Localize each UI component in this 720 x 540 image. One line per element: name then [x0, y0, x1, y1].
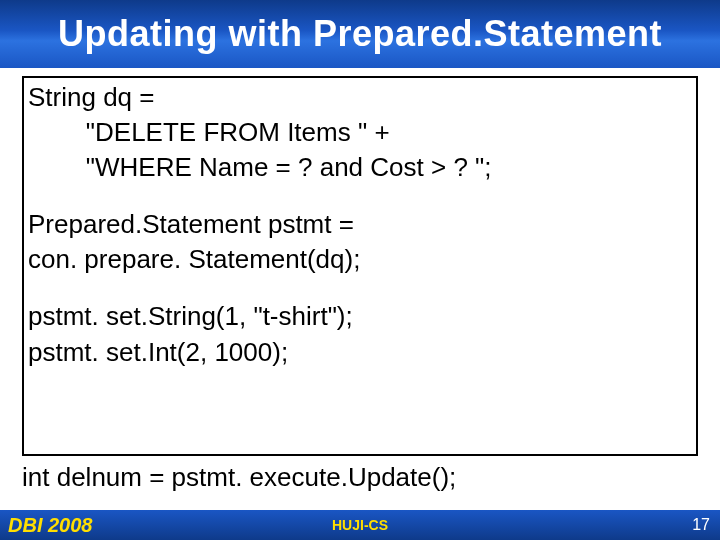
blank-gap	[28, 277, 692, 299]
code-box: String dq = "DELETE FROM Items " + "WHER…	[22, 76, 698, 456]
code-line-4: Prepared.Statement pstmt =	[28, 207, 692, 242]
code-line-8: int delnum = pstmt. execute.Update();	[22, 460, 698, 495]
code-line-5: con. prepare. Statement(dq);	[28, 242, 692, 277]
code-below-box: int delnum = pstmt. execute.Update();	[22, 460, 698, 495]
code-line-6: pstmt. set.String(1, "t-shirt");	[28, 299, 692, 334]
code-line-3: "WHERE Name = ? and Cost > ? ";	[28, 150, 692, 185]
blank-gap	[28, 185, 692, 207]
code-line-7: pstmt. set.Int(2, 1000);	[28, 335, 692, 370]
slide-number: 17	[692, 516, 710, 534]
footer-center: HUJI-CS	[332, 517, 388, 533]
code-line-1: String dq =	[28, 80, 692, 115]
code-line-2: "DELETE FROM Items " +	[28, 115, 692, 150]
footer-left: DBI 2008	[0, 514, 93, 537]
slide-title: Updating with Prepared.Statement	[0, 0, 720, 68]
footer-bar: DBI 2008 HUJI-CS 17	[0, 510, 720, 540]
title-text: Updating with Prepared.Statement	[58, 13, 662, 55]
